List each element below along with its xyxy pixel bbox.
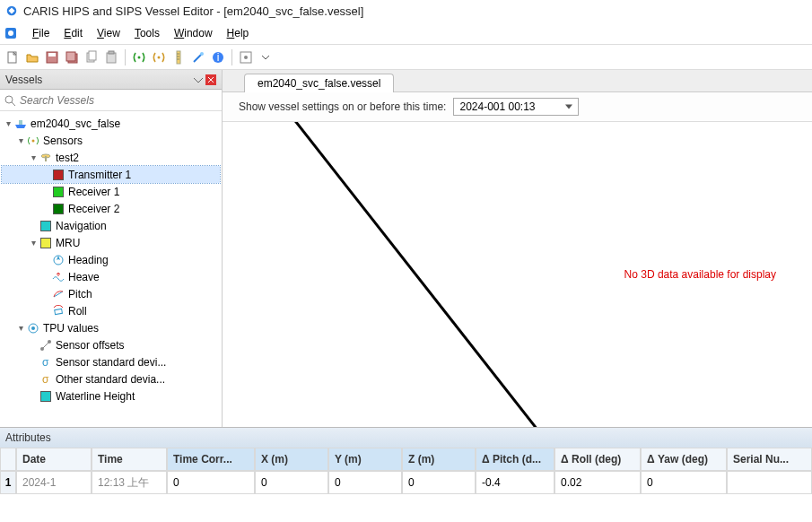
- tree-vessel-root[interactable]: ▾em2040_svc_false: [2, 115, 220, 132]
- save-icon[interactable]: [43, 48, 61, 66]
- svg-point-19: [200, 52, 204, 56]
- antenna-icon[interactable]: [130, 48, 148, 66]
- cell-time[interactable]: 12:13 上午: [92, 471, 167, 494]
- info-icon[interactable]: i: [209, 48, 227, 66]
- tree-navigation[interactable]: ▾Navigation: [2, 217, 220, 234]
- tree-sensor-std[interactable]: σSensor standard devi...: [2, 353, 220, 370]
- tree-sensor-offsets[interactable]: Sensor offsets: [2, 336, 220, 353]
- time-filter-row: Show vessel settings on or before this t…: [223, 91, 812, 122]
- svg-rect-32: [55, 309, 63, 314]
- svg-point-13: [158, 56, 161, 58]
- svg-rect-30: [45, 156, 47, 161]
- save-all-icon[interactable]: [63, 48, 81, 66]
- row-header-blank: [0, 448, 16, 471]
- tree-other-std[interactable]: σOther standard devia...: [2, 370, 220, 387]
- tree-roll[interactable]: Roll: [2, 302, 220, 319]
- tab-strip: em2040_svc_false.vessel: [223, 70, 812, 91]
- menu-help[interactable]: Help: [220, 25, 257, 41]
- sensors-icon: [27, 135, 39, 147]
- toolbar-dropdown-icon[interactable]: [257, 48, 275, 66]
- app-logo-icon: [5, 4, 18, 17]
- ruler-icon[interactable]: [170, 48, 188, 66]
- cell-serial[interactable]: [727, 471, 812, 494]
- col-time[interactable]: Time: [92, 448, 167, 471]
- tree-pitch[interactable]: Pitch: [2, 285, 220, 302]
- config-icon[interactable]: [237, 48, 255, 66]
- svg-point-25: [5, 96, 13, 103]
- tree-heave[interactable]: Heave: [2, 268, 220, 285]
- attributes-header: Attributes: [0, 428, 812, 448]
- tab-vessel-file[interactable]: em2040_svc_false.vessel: [244, 74, 394, 92]
- cell-dyaw[interactable]: 0: [641, 471, 727, 494]
- col-serial[interactable]: Serial Nu...: [727, 448, 812, 471]
- panel-menu-icon[interactable]: [193, 74, 204, 85]
- copy-icon[interactable]: [83, 48, 100, 66]
- vessel-search-input[interactable]: [20, 94, 218, 107]
- svg-line-26: [12, 102, 15, 106]
- color-swatch-cyan-icon: [39, 220, 52, 232]
- tree-device-test2[interactable]: ▾test2: [2, 149, 220, 166]
- tpu-icon: [27, 322, 39, 335]
- color-swatch-darkgreen-icon: [52, 203, 65, 215]
- antenna2-icon[interactable]: [150, 48, 168, 66]
- col-timecorr[interactable]: Time Corr...: [167, 448, 255, 471]
- cell-droll[interactable]: 0.02: [554, 471, 641, 494]
- cell-z[interactable]: 0: [402, 471, 476, 494]
- color-swatch-cyan2-icon: [39, 390, 52, 403]
- roll-icon: [52, 305, 65, 318]
- right-pane: em2040_svc_false.vessel Show vessel sett…: [223, 70, 812, 427]
- svg-rect-5: [48, 53, 56, 57]
- menu-window[interactable]: Window: [167, 25, 220, 41]
- menu-tools[interactable]: Tools: [127, 25, 167, 41]
- svg-text:σ: σ: [42, 373, 49, 386]
- svg-point-28: [32, 139, 35, 142]
- tree-receiver-2[interactable]: Receiver 2: [2, 200, 220, 217]
- sigma2-icon: σ: [39, 373, 52, 386]
- tree-tpu[interactable]: ▾TPU values: [2, 319, 220, 336]
- wand-icon[interactable]: [189, 48, 207, 66]
- title-bar: CARIS HIPS and SIPS Vessel Editor - [em2…: [0, 0, 812, 22]
- col-y[interactable]: Y (m): [328, 448, 402, 471]
- paste-icon[interactable]: [102, 48, 120, 66]
- tree-mru[interactable]: ▾MRU: [2, 234, 220, 251]
- tree-receiver-1[interactable]: Receiver 1: [2, 183, 220, 200]
- row-index[interactable]: 1: [0, 471, 16, 494]
- svg-point-12: [138, 56, 141, 58]
- menu-edit[interactable]: Edit: [57, 25, 90, 41]
- open-folder-icon[interactable]: [23, 48, 41, 66]
- time-filter-label: Show vessel settings on or before this t…: [239, 100, 446, 113]
- offset-icon: [39, 339, 52, 352]
- tree-heading[interactable]: Heading: [2, 251, 220, 268]
- cell-dpitch[interactable]: -0.4: [476, 471, 554, 494]
- col-droll[interactable]: Δ Roll (deg): [554, 448, 641, 471]
- col-z[interactable]: Z (m): [402, 448, 476, 471]
- time-filter-select[interactable]: 2024-001 00:13: [453, 98, 579, 116]
- tree-transmitter-1[interactable]: Transmitter 1: [2, 166, 220, 183]
- col-dyaw[interactable]: Δ Yaw (deg): [641, 448, 727, 471]
- window-title: CARIS HIPS and SIPS Vessel Editor - [em2…: [23, 4, 363, 18]
- cell-date[interactable]: 2024-1: [16, 471, 92, 494]
- new-file-icon[interactable]: [4, 48, 22, 66]
- tree-sensors[interactable]: ▾Sensors: [2, 132, 220, 149]
- svg-point-34: [31, 326, 35, 330]
- svg-point-23: [244, 56, 248, 59]
- svg-point-2: [8, 30, 13, 36]
- cell-x[interactable]: 0: [255, 471, 328, 494]
- tree-waterline[interactable]: ▾Waterline Height: [2, 387, 220, 405]
- no-3d-message: No 3D data available for display: [624, 268, 776, 281]
- col-dpitch[interactable]: Δ Pitch (d...: [476, 448, 554, 471]
- menu-file[interactable]: File: [25, 25, 57, 41]
- col-x[interactable]: X (m): [255, 448, 328, 471]
- col-date[interactable]: Date: [16, 448, 92, 471]
- svg-rect-10: [107, 53, 116, 63]
- svg-rect-27: [19, 120, 22, 125]
- 3d-viewport[interactable]: No 3D data available for display: [223, 122, 812, 427]
- vessel-tree[interactable]: ▾em2040_svc_false ▾Sensors ▾test2 Transm…: [0, 111, 222, 427]
- menu-view[interactable]: View: [90, 25, 127, 41]
- cell-y[interactable]: 0: [328, 471, 402, 494]
- panel-close-icon[interactable]: [205, 74, 216, 85]
- cell-timecorr[interactable]: 0: [167, 471, 255, 494]
- color-swatch-yellow-icon: [39, 237, 52, 249]
- heave-icon: [52, 271, 65, 283]
- svg-point-35: [40, 347, 44, 351]
